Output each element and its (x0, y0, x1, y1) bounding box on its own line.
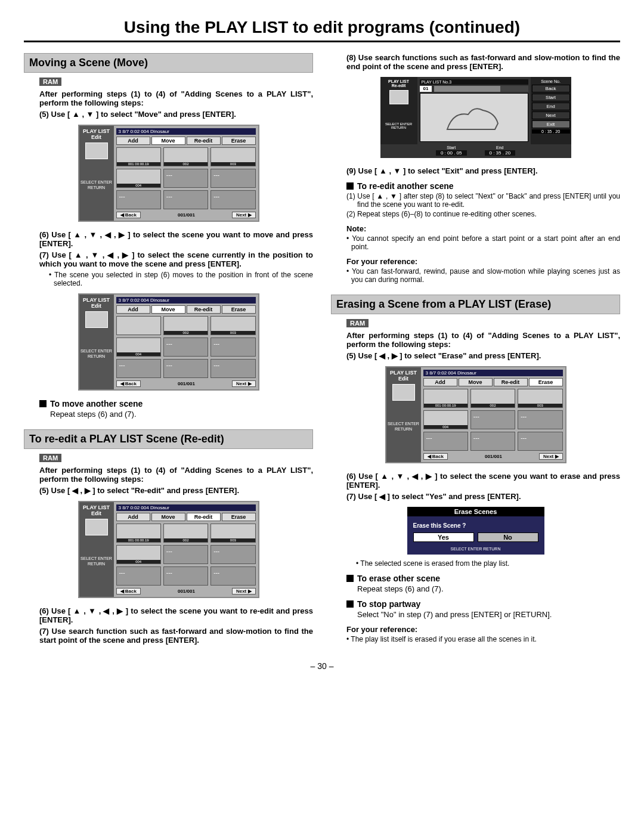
scene-thumb (116, 316, 161, 335)
erase-stop-text: Select "No" in step (7) and press [ENTER… (357, 610, 620, 619)
scene-thumb: 003 (210, 147, 255, 166)
reedit-step9: (9) Use [ ▲ , ▼ ] to select "Exit" and p… (346, 166, 620, 175)
right-btn-end: End (532, 103, 570, 110)
erase-step6: (6) Use [ ▲ , ▼ , ◀ , ▶ ] to select the … (346, 472, 620, 490)
scene-thumb: 001 00:00.19 (423, 389, 468, 408)
start-time-block: Start 0 : 00 . 05 (436, 145, 467, 156)
erase-dialog-footer: SELECT ENTER RETURN (407, 546, 544, 555)
clapper-icon (392, 384, 415, 401)
scene-thumb: 002 (163, 524, 208, 543)
scene-empty: --- (210, 337, 255, 357)
playlist-edit-mock-erase: PLAY LIST Edit SELECT ENTER RETURN 3 8/7… (385, 366, 566, 463)
scene-thumb: 004 (116, 545, 161, 564)
scene-thumb: 004 (116, 169, 161, 188)
erase-other-text: Repeat steps (6) and (7). (357, 584, 620, 593)
scene-empty: --- (163, 566, 208, 586)
right-btn-exit: Exit (532, 120, 570, 128)
move-intro: After performing steps (1) to (4) of "Ad… (39, 89, 313, 107)
reedit-step7: (7) Use search function such as fast-for… (39, 627, 313, 645)
exit-time: 0 : 35 . 20 (532, 129, 570, 134)
left-column: Moving a Scene (Move) RAM After performi… (24, 53, 313, 647)
ram-badge: RAM (39, 78, 61, 86)
scene-thumb: 004 (116, 337, 161, 357)
reedit-sub2: (2) Repeat steps (6)–(8) to continue re-… (357, 210, 620, 218)
scene-empty: --- (163, 337, 208, 357)
erase-dialog-title: Erase Scenes (407, 507, 544, 516)
scene-thumb: 004 (423, 410, 468, 429)
ram-badge: RAM (346, 319, 369, 327)
move-step6: (6) Use [ ▲ , ▼ , ◀ , ▶ ] to select the … (39, 230, 313, 248)
reedit-step6: (6) Use [ ▲ , ▼ , ◀ , ▶ ] to select the … (39, 606, 313, 624)
scene-empty: --- (210, 169, 255, 188)
reedit-step5: (5) Use [ ◀ , ▶ ] to select "Re-edit" an… (39, 486, 313, 495)
clapper-icon (85, 311, 108, 328)
scene-empty: --- (116, 566, 161, 586)
reedit-another-head: To re-edit another scene (346, 181, 620, 191)
reedit-sub1: (1) Use [ ▲ , ▼ ] after step (8) to sele… (357, 192, 620, 209)
back-button: ◀ Back (116, 212, 141, 218)
reedit-intro: After performing steps (1) to (4) of "Ad… (39, 466, 313, 484)
erase-step5: (5) Use [ ◀ , ▶ ] to select "Erase" and … (346, 351, 620, 360)
playlist-edit-mock-reedit: PLAY LIST Edit SELECT ENTER RETURN 3 8/7… (78, 501, 259, 598)
clapper-icon (85, 519, 108, 535)
erase-stop-head: To stop partway (346, 599, 620, 609)
scene-thumb: 003 (210, 316, 255, 335)
scene-thumb: 003 (210, 524, 255, 543)
scene-thumb: 001 00:00.19 (116, 147, 161, 166)
move-step5: (5) Use [ ▲ , ▼ ] to select "Move" and p… (39, 110, 313, 119)
note-text: You cannot specify an end point before a… (351, 234, 620, 251)
two-column-layout: Moving a Scene (Move) RAM After performi… (24, 53, 620, 647)
erase-heading: Erasing a Scene from a PLAY LIST (Erase) (331, 295, 620, 314)
mock-side-title: PLAY LIST (80, 128, 113, 134)
erase-bullet: The selected scene is erased from the pl… (361, 559, 620, 568)
page-number: – 30 – (24, 661, 620, 671)
tab-erase: Erase (222, 137, 256, 145)
yes-button: Yes (413, 532, 474, 542)
tab-reedit: Re-edit (187, 137, 221, 145)
tab-move: Move (151, 137, 185, 145)
scene-thumb: 002 (470, 389, 515, 408)
right-btn-back: Back (532, 85, 570, 92)
page-indicator: 001/001 (178, 212, 195, 218)
move-another-head: To move another scene (39, 399, 313, 408)
mock-side-select: SELECT ENTER RETURN (80, 179, 113, 190)
no-button: No (478, 532, 538, 542)
move-heading: Moving a Scene (Move) (24, 53, 313, 73)
note-label: Note: (346, 224, 620, 233)
scene-empty: --- (163, 359, 208, 378)
scene-empty: --- (210, 566, 255, 586)
reedit-preview-mock: PLAY LIST Re-edit SELECT ENTER RETURN PL… (380, 77, 571, 158)
erase-step7: (7) Use [ ◀ ] to select "Yes" and press … (346, 492, 620, 501)
mock-side-sub: Edit (80, 134, 113, 140)
progress-bar (434, 86, 528, 92)
playlist-edit-mock-move-arrow: PLAY LIST Edit SELECT ENTER RETURN 3 8/7… (78, 293, 259, 391)
next-button: Next ▶ (232, 212, 256, 218)
erase-ref-label: For your reference: (346, 625, 620, 634)
scene-empty: --- (518, 410, 562, 429)
mock2-title-bar: PLAY LIST No.3 (420, 79, 528, 85)
scene-empty: --- (518, 432, 562, 451)
erase-ref-text: The play list itself is erased if you er… (351, 635, 620, 643)
move-another-text: Repeat steps (6) and (7). (50, 410, 313, 419)
clapper-icon (389, 90, 408, 104)
page-title: Using the PLAY LIST to edit programs (co… (24, 18, 620, 42)
scene-empty: --- (163, 169, 208, 188)
scene-no-value: 01 (420, 86, 432, 92)
right-btn-start: Start (532, 94, 570, 101)
scene-thumb: 001 00:00.19 (116, 524, 161, 543)
move-bullet: The scene you selected in step (6) moves… (54, 271, 313, 287)
scene-empty: --- (116, 359, 161, 378)
ref-text: You can fast-forward, rewind, pause and … (351, 267, 620, 284)
scene-thumb: 002 (163, 316, 208, 335)
scene-no-label: Scene No. (532, 79, 570, 83)
clapper-icon (85, 143, 108, 159)
erase-confirm-dialog: Erase Scenes Erase this Scene ? Yes No S… (407, 507, 544, 555)
playlist-edit-mock-move: PLAY LIST Edit SELECT ENTER RETURN 3 8/7… (78, 125, 259, 222)
scene-empty: --- (423, 432, 468, 451)
scene-thumb: 003 (518, 389, 562, 408)
scene-empty: --- (163, 545, 208, 564)
right-column: (8) Use search functions such as fast-fo… (331, 53, 620, 647)
dinosaur-icon (441, 100, 507, 135)
scene-empty: --- (210, 545, 255, 564)
scene-empty: --- (163, 190, 208, 209)
